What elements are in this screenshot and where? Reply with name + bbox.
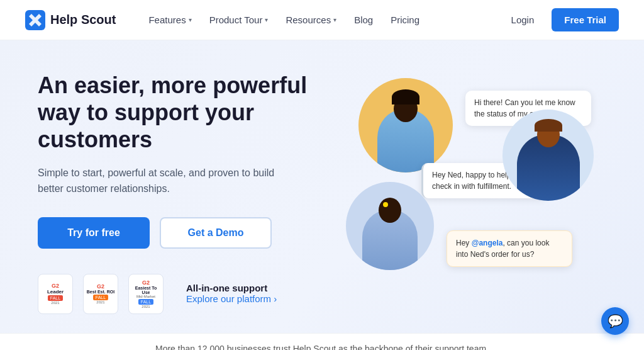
badge-best-roi: G2 Best Est. ROI FALL 2021 (83, 274, 118, 314)
hero-illustration: Hi there! Can you let me know the status… (340, 72, 606, 305)
hero-buttons: Try for free Get a Demo (38, 217, 327, 249)
try-for-free-button[interactable]: Try for free (38, 217, 150, 249)
nav-blog[interactable]: Blog (347, 9, 380, 30)
explore-platform-link[interactable]: Explore our platform › (186, 293, 277, 304)
login-button[interactable]: Login (504, 9, 542, 30)
chat-bubble-3: Hey @angela, can you look into Ned's ord… (447, 230, 572, 267)
chat-icon: 💬 (608, 313, 623, 329)
chevron-down-icon: ▾ (189, 16, 192, 23)
navbar: Help Scout Features ▾ Product Tour ▾ Res… (0, 0, 644, 40)
nav-product-tour[interactable]: Product Tour ▾ (202, 9, 276, 30)
nav-features[interactable]: Features ▾ (141, 9, 199, 30)
avatar-3 (346, 182, 434, 270)
avatar-2 (502, 110, 594, 201)
hero-left: An easier, more powerful way to support … (38, 72, 327, 314)
nav-right: Login Free Trial (504, 8, 619, 31)
nav-pricing[interactable]: Pricing (383, 9, 427, 30)
badge-easiest: G2 Easiest To Use Mid-Market FALL 2021 (128, 274, 164, 314)
chevron-down-icon: ▾ (333, 16, 336, 23)
hero-section: An easier, more powerful way to support … (0, 40, 644, 333)
hero-subtitle: Simple to start, powerful at scale, and … (38, 165, 277, 197)
chat-float-button[interactable]: 💬 (601, 307, 629, 335)
nav-links: Features ▾ Product Tour ▾ Resources ▾ Bl… (141, 9, 503, 30)
logo-text: Help Scout (50, 13, 116, 27)
avatar-1 (358, 78, 453, 172)
nav-resources[interactable]: Resources ▾ (278, 9, 344, 30)
chevron-down-icon: ▾ (265, 16, 268, 23)
logo[interactable]: Help Scout (25, 10, 116, 30)
get-demo-button[interactable]: Get a Demo (160, 217, 272, 249)
badges-area: G2 Leader FALL 2021 G2 Best Est. ROI FAL… (38, 274, 327, 314)
footer-band: More than 12,000 businesses trust Help S… (0, 333, 644, 350)
platform-info: All-in-one support Explore our platform … (186, 283, 277, 305)
footer-text: More than 12,000 businesses trust Help S… (155, 344, 489, 350)
hero-title: An easier, more powerful way to support … (38, 72, 327, 154)
platform-label: All-in-one support (186, 283, 277, 293)
free-trial-button[interactable]: Free Trial (552, 8, 619, 31)
badge-leader: G2 Leader FALL 2021 (38, 274, 73, 314)
